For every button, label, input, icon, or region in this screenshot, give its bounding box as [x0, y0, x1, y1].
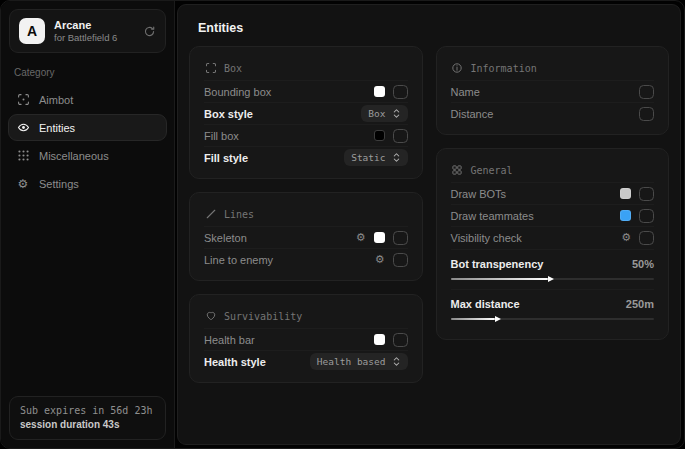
- sub-expires-text: Sub expires in 56d 23h: [20, 405, 155, 416]
- app-window: A Arcane for Battlefield 6 Category Aimb…: [0, 0, 685, 449]
- box-style-row: Box style Box: [204, 102, 408, 124]
- sidebar: A Arcane for Battlefield 6 Category Aimb…: [1, 1, 175, 448]
- lines-card-header: Lines: [204, 201, 408, 226]
- draw-bots-checkbox[interactable]: [639, 187, 654, 201]
- fill-style-row: Fill style Static: [204, 146, 408, 168]
- distance-label: Distance: [451, 108, 494, 120]
- fill-box-row: Fill box: [204, 124, 408, 146]
- information-card-title: Information: [471, 63, 537, 74]
- distance-row: Distance: [451, 102, 655, 124]
- health-style-value: Health based: [317, 356, 386, 367]
- session-duration-text: session duration 43s: [20, 419, 155, 430]
- bounding-box-checkbox[interactable]: [393, 85, 408, 99]
- skeleton-row: Skeleton ⚙: [204, 226, 408, 248]
- box-card-title: Box: [224, 63, 242, 74]
- draw-bots-row: Draw BOTs: [451, 182, 655, 204]
- visibility-check-row: Visibility check ⚙: [451, 226, 655, 248]
- skeleton-color-swatch[interactable]: [374, 232, 385, 243]
- general-card: General Draw BOTs Draw teammates: [436, 148, 670, 340]
- box-style-dropdown[interactable]: Box: [361, 105, 407, 122]
- skeleton-label: Skeleton: [204, 232, 247, 244]
- sidebar-item-label: Aimbot: [39, 94, 73, 106]
- health-bar-color-swatch[interactable]: [374, 334, 385, 345]
- health-style-dropdown[interactable]: Health based: [310, 353, 408, 370]
- lines-card: Lines Skeleton ⚙ Line to enemy ⚙: [189, 192, 423, 281]
- bot-transparency-slider-thumb[interactable]: [548, 276, 554, 282]
- category-label: Category: [14, 67, 161, 78]
- fill-box-color-swatch[interactable]: [374, 130, 385, 141]
- bot-transparency-label: Bot transpenency: [451, 258, 544, 270]
- eye-icon: [16, 121, 30, 134]
- unfold-icon: [392, 108, 401, 119]
- sidebar-item-miscellaneous[interactable]: Miscellaneous: [8, 142, 167, 169]
- info-icon: [451, 62, 464, 74]
- bot-transparency-value: 50%: [632, 258, 654, 270]
- app-header-card: A Arcane for Battlefield 6: [9, 9, 166, 53]
- fill-box-checkbox[interactable]: [393, 129, 408, 143]
- unfold-icon: [392, 152, 401, 163]
- crosshair-icon: [16, 93, 30, 106]
- page-title: Entities: [198, 21, 660, 35]
- visibility-check-settings-gear-icon[interactable]: ⚙: [621, 232, 631, 243]
- general-card-header: General: [451, 157, 655, 182]
- distance-checkbox[interactable]: [639, 107, 654, 121]
- line-to-enemy-row: Line to enemy ⚙: [204, 248, 408, 270]
- lines-card-title: Lines: [224, 209, 254, 220]
- draw-bots-label: Draw BOTs: [451, 188, 507, 200]
- information-card: Information Name Distance: [436, 46, 670, 135]
- health-style-label: Health style: [204, 356, 266, 368]
- survivability-card-header: Survivability: [204, 303, 408, 328]
- line-to-enemy-label: Line to enemy: [204, 254, 273, 266]
- draw-teammates-row: Draw teammates: [451, 204, 655, 226]
- bot-transparency-block: Bot transpenency 50%: [451, 249, 655, 280]
- grid-dots-icon: [16, 149, 30, 162]
- max-distance-value: 250m: [626, 298, 654, 310]
- max-distance-block: Max distance 250m: [451, 289, 655, 320]
- subscription-card: Sub expires in 56d 23h session duration …: [9, 396, 166, 440]
- survivability-card: Survivability Health bar Health style He…: [189, 294, 423, 383]
- draw-teammates-checkbox[interactable]: [639, 209, 654, 223]
- sidebar-item-aimbot[interactable]: Aimbot: [8, 86, 167, 113]
- sidebar-item-label: Miscellaneous: [39, 150, 109, 162]
- health-bar-row: Health bar: [204, 328, 408, 350]
- line-to-enemy-checkbox[interactable]: [393, 253, 408, 267]
- sidebar-item-label: Entities: [39, 122, 75, 134]
- draw-bots-color-swatch[interactable]: [620, 188, 631, 199]
- skeleton-settings-gear-icon[interactable]: ⚙: [356, 232, 366, 243]
- health-bar-checkbox[interactable]: [393, 333, 408, 347]
- box-card-header: Box: [204, 55, 408, 80]
- visibility-check-checkbox[interactable]: [639, 231, 654, 245]
- line-to-enemy-settings-gear-icon[interactable]: ⚙: [375, 254, 385, 265]
- fill-style-value: Static: [351, 152, 385, 163]
- sidebar-item-label: Settings: [39, 178, 79, 190]
- bot-transparency-slider-fill: [451, 278, 549, 280]
- fill-style-label: Fill style: [204, 152, 248, 164]
- bot-transparency-slider[interactable]: [451, 278, 655, 280]
- app-logo: A: [19, 18, 45, 44]
- name-checkbox[interactable]: [639, 85, 654, 99]
- box-style-value: Box: [368, 108, 385, 119]
- box-brackets-icon: [204, 62, 217, 74]
- box-card: Box Bounding box Box style Box: [189, 46, 423, 179]
- health-bar-label: Health bar: [204, 334, 255, 346]
- max-distance-slider-fill: [451, 318, 496, 320]
- sidebar-item-entities[interactable]: Entities: [8, 114, 167, 141]
- sidebar-item-settings[interactable]: ⚙ Settings: [8, 170, 167, 197]
- skeleton-checkbox[interactable]: [393, 231, 408, 245]
- diagonal-line-icon: [204, 208, 217, 220]
- app-subtitle: for Battlefield 6: [54, 32, 117, 44]
- max-distance-slider[interactable]: [451, 318, 655, 320]
- draw-teammates-color-swatch[interactable]: [620, 210, 631, 221]
- sync-icon[interactable]: [143, 25, 156, 38]
- right-column: Information Name Distance: [436, 46, 670, 340]
- information-card-header: Information: [451, 55, 655, 80]
- max-distance-slider-thumb[interactable]: [495, 316, 501, 322]
- app-name: Arcane: [54, 19, 117, 32]
- name-label: Name: [451, 86, 480, 98]
- bounding-box-label: Bounding box: [204, 86, 271, 98]
- fill-style-dropdown[interactable]: Static: [344, 149, 407, 166]
- grid-icon: [451, 164, 464, 176]
- bounding-box-color-swatch[interactable]: [374, 86, 385, 97]
- bounding-box-row: Bounding box: [204, 80, 408, 102]
- fill-box-label: Fill box: [204, 130, 239, 142]
